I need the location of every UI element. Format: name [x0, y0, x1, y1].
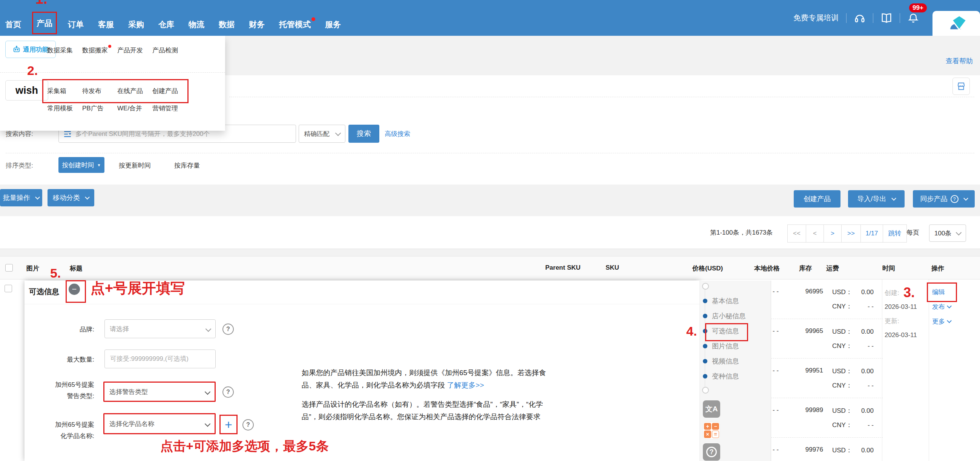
- more-link[interactable]: 更多: [932, 317, 951, 326]
- nav-divider: [846, 13, 846, 23]
- search-button[interactable]: 搜索: [348, 125, 379, 143]
- learn-more-link[interactable]: 了解更多>>: [447, 381, 484, 389]
- per-page-select[interactable]: 100条: [929, 225, 966, 242]
- first-page-button[interactable]: <<: [788, 225, 806, 242]
- chevron-down-icon: [85, 195, 90, 200]
- notifications[interactable]: 99+: [908, 13, 919, 24]
- annotation-step-4: 4.: [686, 324, 697, 339]
- add-chemical-plus-button[interactable]: +: [220, 415, 237, 434]
- nav-item-finance[interactable]: 财务: [249, 19, 265, 30]
- usd-label: USD：: [832, 446, 856, 455]
- move-category-button[interactable]: 移动分类: [48, 189, 94, 206]
- page: 首页 产品 1. 订单 客服 采购 仓库 物流 数据 财务 托管模式 服务 免费…: [0, 0, 980, 461]
- menu-item-data-mover[interactable]: 数据搬家: [82, 46, 117, 55]
- sort-by-updated-button[interactable]: 按更新时间: [119, 161, 151, 170]
- help-question-icon[interactable]: ?: [703, 443, 720, 461]
- anchor-item-image-info[interactable]: 图片信息: [700, 341, 739, 352]
- anchor-item-basic-info[interactable]: 基本信息: [700, 296, 739, 306]
- brand-select[interactable]: 请选择: [105, 319, 216, 338]
- menu-item-product-dev[interactable]: 产品开发: [117, 46, 152, 55]
- chevron-down-icon: [947, 304, 952, 309]
- calculator-icon[interactable]: +−×=: [703, 422, 720, 439]
- collapse-minus-button[interactable]: −: [68, 284, 80, 295]
- stock-cell: 96995: [794, 288, 823, 318]
- translate-icon[interactable]: 文A: [703, 400, 720, 418]
- brand-help-icon[interactable]: ?: [223, 323, 234, 335]
- sync-product-button[interactable]: 同步产品 ?: [913, 190, 975, 208]
- pager: << < > >> 1/17 跳转: [788, 225, 907, 242]
- chemical-name-select[interactable]: 选择化学品名称: [103, 413, 216, 434]
- max-quantity-input[interactable]: [105, 350, 216, 368]
- create-product-button[interactable]: 创建产品: [794, 190, 840, 208]
- cny-label: CNY：: [832, 302, 856, 311]
- nav-item-purchase[interactable]: 采购: [128, 19, 144, 30]
- publish-link[interactable]: 发布: [932, 303, 951, 311]
- advanced-search-link[interactable]: 高级搜索: [385, 130, 410, 138]
- nav-item-data[interactable]: 数据: [219, 19, 234, 30]
- import-export-button[interactable]: 导入/导出: [848, 190, 905, 208]
- stock-cell: 99976: [794, 446, 823, 461]
- menu-item-product-check[interactable]: 产品检测: [152, 46, 188, 55]
- anchor-item-optional-info[interactable]: 可选信息: [700, 326, 739, 336]
- local-price-cell: - -: [771, 406, 794, 437]
- menu-item-collect-box[interactable]: 采集箱: [47, 87, 82, 95]
- anchor-item-variant-info[interactable]: 变种信息: [700, 371, 739, 382]
- sort-by-created-button[interactable]: 按创建时间▼: [59, 157, 105, 173]
- store-selector-button[interactable]: [953, 78, 970, 95]
- bell-icon[interactable]: [908, 13, 919, 24]
- last-page-button[interactable]: >>: [841, 225, 861, 242]
- menu-item-online-products[interactable]: 在线产品: [117, 87, 152, 95]
- menu-item-marketing[interactable]: 营销管理: [152, 104, 188, 112]
- jump-to-page-button[interactable]: 跳转: [883, 225, 907, 242]
- chevron-down-icon: [335, 130, 341, 136]
- edit-link[interactable]: 编辑: [932, 288, 951, 296]
- col-time: 时间: [882, 264, 895, 272]
- match-mode-select[interactable]: 精确匹配: [299, 125, 345, 143]
- menu-item-data-collect[interactable]: 数据采集: [47, 46, 82, 55]
- local-price-cell: - -: [771, 446, 794, 461]
- batch-operations-button[interactable]: 批量操作: [0, 189, 42, 206]
- chemical-help-icon[interactable]: ?: [242, 419, 254, 431]
- anchor-item-video-info[interactable]: 视频信息: [700, 356, 739, 366]
- nav-item-services[interactable]: 服务: [325, 19, 341, 30]
- nav-item-logistics[interactable]: 物流: [189, 19, 204, 30]
- nav-item-warehouse[interactable]: 仓库: [158, 19, 174, 30]
- table-header: 图片 标题 Parent SKU SKU 价格(USD) 本地价格 库存 运费 …: [0, 256, 980, 279]
- usd-label: USD：: [832, 406, 856, 415]
- col-freight: 运费: [826, 264, 839, 272]
- menu-item-pb-ads[interactable]: PB广告: [82, 104, 117, 112]
- nav-item-home[interactable]: 首页: [5, 19, 21, 30]
- wish-items-row2: 常用模板 PB广告 WE/合并 营销管理: [47, 104, 188, 112]
- local-price-cell: - -: [771, 327, 794, 358]
- handbook-icon[interactable]: [881, 13, 892, 24]
- prev-page-button[interactable]: <: [806, 225, 824, 242]
- menu-item-we-merge[interactable]: WE/合并: [117, 104, 152, 112]
- anchor-item-dianxiaomi-info[interactable]: 店小秘信息: [700, 311, 746, 321]
- anchor-dot-icon: [703, 374, 707, 379]
- sort-by-stock-button[interactable]: 按库存量: [174, 161, 200, 170]
- free-training-link[interactable]: 免费专属培训: [793, 13, 838, 23]
- nav-item-service[interactable]: 客服: [98, 19, 114, 30]
- stock-cell: 99989: [794, 406, 823, 437]
- annotation-step-1: 1.: [35, 0, 48, 6]
- wish-logo[interactable]: wish: [5, 80, 48, 101]
- next-page-button[interactable]: >: [824, 225, 842, 242]
- annotation-step-5: 5.: [50, 266, 61, 280]
- menu-item-create-product[interactable]: 创建产品: [152, 87, 188, 95]
- headset-icon[interactable]: [854, 13, 865, 24]
- cny-value: - -: [856, 342, 873, 350]
- view-help-link[interactable]: 查看帮助: [946, 57, 973, 65]
- warning-type-help-icon[interactable]: ?: [223, 387, 234, 398]
- nav-item-orders[interactable]: 订单: [68, 19, 84, 30]
- row-checkbox[interactable]: [5, 285, 12, 292]
- nav-item-hosting-mode[interactable]: 托管模式: [279, 19, 311, 30]
- select-all-checkbox[interactable]: [5, 264, 13, 272]
- warning-type-select[interactable]: 选择警告类型: [103, 382, 216, 402]
- menu-item-to-publish[interactable]: 待发布: [82, 87, 117, 95]
- user-account-menu[interactable]: [932, 11, 980, 36]
- nav-item-product[interactable]: 产品 1.: [32, 12, 57, 34]
- menu-item-templates[interactable]: 常用模板: [47, 104, 82, 112]
- chevron-down-icon: [963, 196, 968, 201]
- vip-diamond-icon: [951, 15, 967, 30]
- freight-cell: USD：0.00 CNY：- -: [832, 327, 873, 358]
